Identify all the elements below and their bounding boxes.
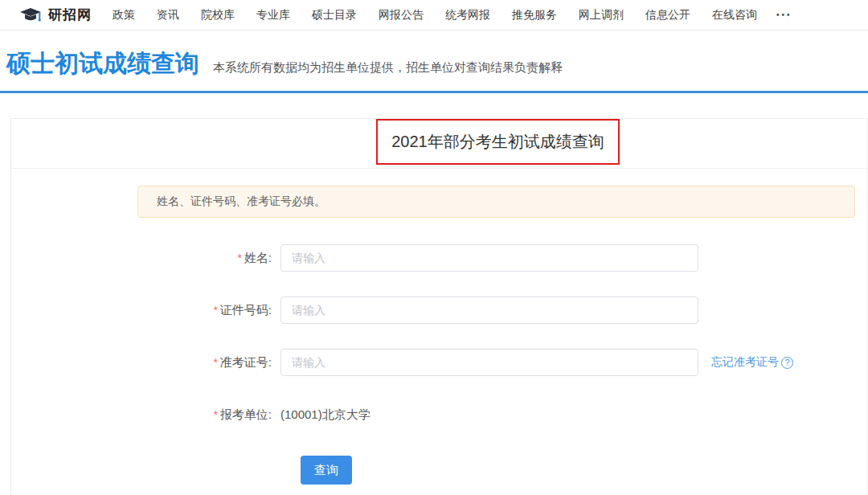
form-row-institution: *报考单位: (10001)北京大学: [11, 401, 867, 428]
nav-item-online-report-notice[interactable]: 网报公告: [379, 8, 424, 22]
graduation-cap-icon: [19, 7, 43, 23]
top-nav: 研招网 政策 资讯 院校库 专业库 硕士目录 网报公告 统考网报 推免服务 网上…: [0, 0, 868, 31]
page-title: 硕士初试成绩查询: [6, 50, 199, 77]
card-header: 2021年部分考生初试成绩查询: [11, 119, 867, 169]
form-row-id-number: *证件号码:: [11, 297, 867, 324]
page-header: 硕士初试成绩查询 本系统所有数据均为招生单位提供，招生单位对查询结果负责解释: [0, 31, 868, 77]
page-subtitle: 本系统所有数据均为招生单位提供，招生单位对查询结果负责解释: [213, 60, 563, 76]
nav-item-master-catalog[interactable]: 硕士目录: [312, 8, 357, 22]
nav-item-info-disclosure[interactable]: 信息公开: [645, 8, 690, 22]
institution-value: (10001)北京大学: [280, 407, 371, 423]
form-row-ticket-number: *准考证号: 忘记准考证号 ?: [11, 349, 867, 376]
form-row-name: *姓名:: [11, 244, 867, 272]
ticket-number-input[interactable]: [280, 349, 698, 376]
nav-item-unified-exam-report[interactable]: 统考网报: [445, 8, 490, 22]
blue-divider: [0, 91, 868, 93]
required-asterisk: *: [213, 304, 217, 317]
nav-item-major-library[interactable]: 专业库: [256, 8, 290, 22]
nav-more-ellipsis-icon[interactable]: •••: [776, 10, 792, 19]
name-input[interactable]: [280, 244, 698, 272]
institution-label: *报考单位:: [11, 407, 272, 423]
nav-item-online-consult[interactable]: 在线咨询: [712, 8, 757, 22]
card-title: 2021年部分考生初试成绩查询: [391, 131, 604, 153]
question-circle-icon: ?: [781, 357, 793, 369]
name-label: *姓名:: [11, 251, 272, 266]
query-card: 2021年部分考生初试成绩查询 姓名、证件号码、准考证号必填。 *姓名: *证件…: [10, 118, 868, 495]
required-fields-notice: 姓名、证件号码、准考证号必填。: [137, 186, 855, 218]
required-asterisk: *: [213, 408, 217, 421]
nav-item-college-library[interactable]: 院校库: [201, 8, 235, 22]
logo-text: 研招网: [48, 6, 92, 24]
nav-menu: 政策 资讯 院校库 专业库 硕士目录 网报公告 统考网报 推免服务 网上调剂 信…: [113, 8, 757, 22]
nav-item-online-adjustment[interactable]: 网上调剂: [579, 8, 624, 22]
ticket-number-label: *准考证号:: [11, 355, 272, 370]
id-number-input[interactable]: [280, 297, 698, 324]
required-asterisk: *: [213, 356, 217, 369]
nav-item-exempt-service[interactable]: 推免服务: [512, 8, 557, 22]
query-button[interactable]: 查询: [301, 456, 352, 485]
nav-item-news[interactable]: 资讯: [157, 8, 179, 22]
nav-item-policy[interactable]: 政策: [113, 8, 135, 22]
submit-row: 查询: [301, 456, 867, 485]
forgot-ticket-link[interactable]: 忘记准考证号 ?: [711, 355, 793, 370]
site-logo[interactable]: 研招网: [19, 6, 92, 24]
forgot-ticket-link-text: 忘记准考证号: [711, 355, 779, 370]
id-number-label: *证件号码:: [11, 303, 272, 318]
red-annotation-box: 2021年部分考生初试成绩查询: [376, 119, 620, 165]
query-form: *姓名: *证件号码: *准考证号: 忘记准考证号 ? *报考单位:: [11, 244, 867, 485]
required-asterisk: *: [237, 252, 241, 264]
notice-text: 姓名、证件号码、准考证号必填。: [157, 194, 326, 209]
